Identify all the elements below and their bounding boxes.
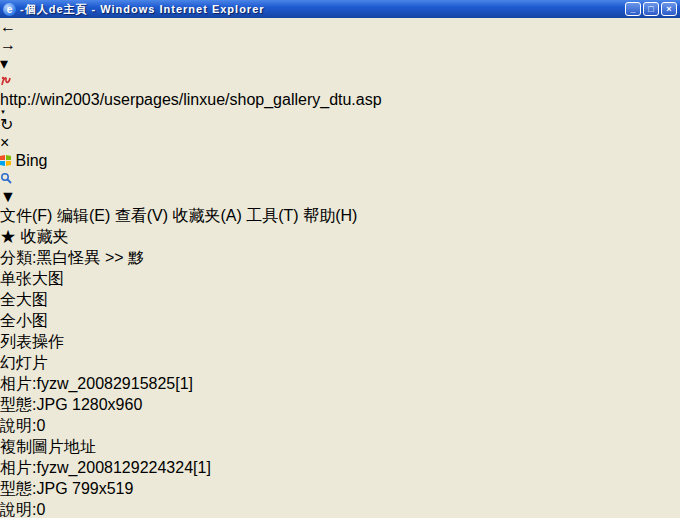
gallery-page: 分類:黑白怪異 >> 黟 单张大图 全大图 全小图 列表操作 幻灯片 相片:fy… (0, 248, 680, 518)
button-label: 全大图 (0, 291, 48, 308)
search-options-caret[interactable]: ▼ (0, 188, 680, 206)
url-scheme: http:// (0, 91, 40, 108)
menu-tools[interactable]: 工具(T) (246, 207, 298, 224)
button-label: 全小图 (0, 312, 48, 329)
photo-desc: 0 (36, 417, 45, 434)
photo-name: fyzw_2008129224324[1] (36, 459, 210, 476)
photo-label: 相片: (0, 459, 36, 476)
address-toolbar: ← → ▾ http://win2003/userpages/linxue/sh… (0, 18, 680, 206)
back-button[interactable]: ← (0, 18, 680, 36)
breadcrumb-separator: >> (105, 249, 124, 266)
ie-icon: e (3, 3, 16, 16)
menu-view[interactable]: 查看(V) (115, 207, 168, 224)
photo-type: JPG 1280x960 (36, 396, 142, 413)
photo-meta: 相片:fyzw_20082915825[1] 型態:JPG 1280x960 說… (0, 374, 680, 437)
address-input[interactable]: http://win2003/userpages/linxue/shop_gal… (0, 73, 680, 115)
browser-window: e -個人de主頁 - Windows Internet Explorer _ … (0, 0, 680, 518)
photo-card-row: 相片:fyzw_20082915825[1] 型態:JPG 1280x960 說… (0, 374, 680, 518)
menu-file[interactable]: 文件(F) (0, 207, 52, 224)
url-path: /userpages/linxue/shop_gallery_dtu.asp (100, 91, 382, 108)
title-bar: e -個人de主頁 - Windows Internet Explorer _ … (0, 0, 680, 18)
desc-label: 說明: (0, 417, 36, 434)
photo-meta: 相片:fyzw_2008129224324[1] 型態:JPG 799x519 … (0, 458, 680, 518)
search-button[interactable] (0, 170, 680, 188)
photo-desc: 0 (36, 501, 45, 518)
search-placeholder: Bing (15, 152, 47, 169)
refresh-button[interactable]: ↻ (0, 115, 680, 134)
history-chevron-icon[interactable]: ▾ (0, 54, 680, 73)
type-label: 型態: (0, 396, 36, 413)
favorites-label: 收藏夹 (20, 228, 68, 245)
stop-button[interactable]: × (0, 134, 680, 152)
desc-label: 說明: (0, 501, 36, 518)
close-button[interactable]: × (661, 2, 677, 16)
view-mode-buttons: 单张大图 全大图 全小图 列表操作 幻灯片 (0, 269, 680, 374)
photo-name: fyzw_20082915825[1] (36, 375, 193, 392)
type-label: 型態: (0, 480, 36, 497)
button-label: 幻灯片 (0, 354, 48, 371)
breadcrumb-category-link[interactable]: 黑白怪異 (36, 249, 100, 266)
address-url: http://win2003/userpages/linxue/shop_gal… (0, 91, 680, 109)
forward-button[interactable]: → (0, 36, 680, 54)
breadcrumb-label: 分類: (0, 249, 36, 266)
favorites-bar[interactable]: ★ 收藏夹 (0, 227, 680, 248)
menu-favorites[interactable]: 收藏夹(A) (172, 207, 241, 224)
menu-bar: 文件(F) 编辑(E) 查看(V) 收藏夹(A) 工具(T) 帮助(H) (0, 206, 680, 227)
window-title: -個人de主頁 - Windows Internet Explorer (20, 2, 625, 17)
button-label: 列表操作 (0, 333, 64, 350)
favorites-star-icon: ★ (0, 228, 16, 245)
photo-card: 相片:fyzw_2008129224324[1] 型態:JPG 799x519 … (0, 458, 680, 518)
photo-type: JPG 799x519 (36, 480, 133, 497)
stop-icon: × (0, 134, 9, 151)
photo-label: 相片: (0, 375, 36, 392)
slideshow-button[interactable]: 幻灯片 (0, 353, 680, 374)
list-operations-button[interactable]: 列表操作 (0, 332, 680, 353)
breadcrumb-current-link[interactable]: 黟 (128, 249, 144, 266)
photo-card: 相片:fyzw_20082915825[1] 型態:JPG 1280x960 說… (0, 374, 680, 458)
single-large-image-button[interactable]: 单张大图 (0, 269, 680, 290)
maximize-button[interactable]: □ (643, 2, 659, 16)
menu-help[interactable]: 帮助(H) (303, 207, 357, 224)
search-icon (0, 172, 12, 184)
all-small-images-button[interactable]: 全小图 (0, 311, 680, 332)
breadcrumb: 分類:黑白怪異 >> 黟 (0, 248, 680, 269)
bing-logo-icon (0, 155, 11, 166)
copy-image-url-button[interactable]: 複制圖片地址 (0, 437, 680, 458)
refresh-icon: ↻ (0, 116, 13, 133)
menu-edit[interactable]: 编辑(E) (57, 207, 110, 224)
search-input[interactable]: Bing (0, 152, 680, 170)
url-domain: win2003 (40, 91, 100, 108)
page-viewport: 分類:黑白怪異 >> 黟 单张大图 全大图 全小图 列表操作 幻灯片 相片:fy… (0, 248, 680, 518)
all-large-images-button[interactable]: 全大图 (0, 290, 680, 311)
site-favicon-icon (0, 75, 12, 87)
button-label: 单张大图 (0, 270, 64, 287)
minimize-button[interactable]: _ (625, 2, 641, 16)
